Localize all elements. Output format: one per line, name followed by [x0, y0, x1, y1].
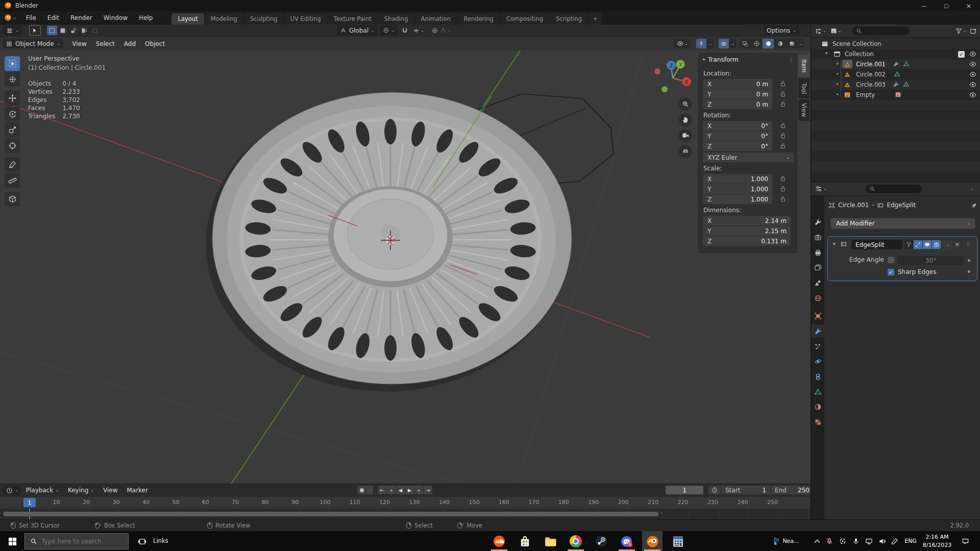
camera-view-button[interactable]	[679, 129, 692, 142]
zoom-button[interactable]	[679, 97, 692, 111]
timeline-track-area[interactable]: ‹	[0, 509, 811, 520]
rotation-y-field[interactable]: Y0°	[703, 131, 772, 141]
select-mode-tweak[interactable]	[47, 26, 57, 35]
lock-icon[interactable]	[779, 132, 787, 139]
current-frame-field[interactable]: 1	[666, 486, 703, 494]
end-frame-field[interactable]: End250	[771, 486, 814, 494]
tab-render[interactable]	[811, 231, 824, 244]
tray-pen-icon[interactable]	[889, 531, 900, 551]
menu-marker[interactable]: Marker	[122, 487, 152, 494]
eye-icon[interactable]	[969, 71, 976, 78]
modifier-name-field[interactable]: EdgeSplit	[851, 240, 902, 249]
properties-editor-type-button[interactable]: ⌄	[815, 185, 827, 192]
playhead-label[interactable]: 1	[23, 498, 36, 507]
collapse-arrow[interactable]: ‹	[660, 510, 663, 516]
app-discord[interactable]: 1	[617, 533, 637, 549]
scale-z-field[interactable]: Z1.000	[703, 194, 772, 204]
sidebar-tab-tool[interactable]: Tool	[798, 78, 810, 98]
menu-add[interactable]: Add	[119, 40, 140, 47]
visibility-dropdown[interactable]: ⌄	[674, 39, 691, 48]
tab-compositing[interactable]: Compositing	[500, 13, 549, 24]
snap-toggle[interactable]	[400, 26, 410, 35]
pivot-point-dropdown[interactable]: ⌄	[380, 26, 398, 35]
mesh-data-icon[interactable]	[903, 61, 910, 67]
tray-mic-icon[interactable]	[850, 531, 862, 551]
app-chrome[interactable]	[566, 533, 586, 549]
outliner-display-mode-button[interactable]: ⌄	[830, 28, 842, 34]
modifier-wrench-icon[interactable]	[893, 81, 899, 88]
lock-icon[interactable]	[779, 142, 787, 149]
expand-icon[interactable]: ▸	[837, 71, 839, 76]
close-button[interactable]: ×	[958, 0, 980, 11]
menu-view[interactable]: View	[67, 40, 91, 47]
taskbar-search[interactable]	[24, 533, 129, 549]
outliner-row-circle-002[interactable]: ▸ Circle.002	[811, 69, 980, 80]
tab-shading[interactable]: Shading	[378, 13, 414, 24]
menu-render[interactable]: Render	[65, 11, 98, 24]
mesh-data-icon[interactable]	[894, 71, 900, 78]
sharp-edges-checkbox[interactable]: ✓	[888, 269, 894, 276]
app-steam[interactable]	[591, 533, 611, 549]
tab-output[interactable]	[811, 246, 824, 259]
overlays-toggle[interactable]	[719, 39, 729, 48]
shading-material[interactable]	[774, 39, 786, 48]
tool-select-box[interactable]	[5, 56, 20, 71]
tool-scale[interactable]	[5, 122, 20, 137]
options-dropdown[interactable]: Options ⌄	[764, 26, 799, 35]
tab-animation[interactable]: Animation	[415, 13, 457, 24]
menu-keying[interactable]: Keying⌄	[63, 487, 99, 494]
image-data-icon[interactable]	[895, 91, 901, 98]
xray-toggle[interactable]	[740, 39, 750, 48]
tool-rotate[interactable]	[5, 107, 20, 121]
tray-network-icon[interactable]	[863, 531, 875, 551]
tray-mic-muted-icon[interactable]	[824, 531, 835, 551]
dimensions-x-field[interactable]: X2.14 m	[703, 216, 791, 226]
tab-layout[interactable]: Layout	[172, 13, 204, 24]
outliner-search[interactable]	[852, 27, 910, 35]
tray-language[interactable]: ENG	[901, 531, 920, 551]
outliner-properties-split[interactable]	[811, 182, 980, 182]
select-mode-lasso[interactable]	[79, 26, 89, 35]
lock-icon[interactable]	[779, 80, 787, 87]
outliner-filter-button[interactable]: ⌄	[955, 28, 967, 34]
tab-constraints[interactable]	[811, 370, 824, 383]
start-frame-field[interactable]: Start1	[721, 486, 770, 494]
hubcap-model[interactable]	[206, 92, 572, 391]
expand-icon[interactable]: ▸	[837, 91, 839, 96]
location-y-field[interactable]: Y0 m	[703, 89, 772, 99]
tool-add-cube[interactable]	[5, 192, 20, 207]
select-mode-circle[interactable]	[68, 26, 79, 35]
keyframe-dot[interactable]	[968, 270, 970, 273]
tab-object[interactable]	[811, 309, 824, 322]
tab-view-layer[interactable]	[811, 261, 824, 274]
previous-keyframe-button[interactable]: «	[387, 486, 396, 494]
sidebar-tab-view[interactable]: View	[798, 99, 810, 121]
menu-edit[interactable]: Edit	[42, 11, 65, 24]
navigation-gizmo[interactable]: Z Y X	[649, 54, 698, 103]
outliner-row-collection[interactable]: ▾ Collection ✓	[811, 49, 980, 59]
minimize-button[interactable]: —	[913, 0, 935, 11]
modifier-realtime-toggle[interactable]	[923, 240, 932, 249]
tab-modeling[interactable]: Modeling	[205, 13, 243, 24]
app-microsoft-store[interactable]	[514, 533, 535, 549]
outliner-row-circle-001[interactable]: ▸ Circle.001	[811, 59, 980, 69]
play-reverse-button[interactable]: ◀	[396, 486, 405, 494]
drag-handle-icon[interactable]: ⣿	[967, 241, 970, 246]
tab-texture-paint[interactable]: Texture Paint	[328, 13, 378, 24]
scale-y-field[interactable]: Y1.000	[703, 184, 772, 194]
tray-temperature-widget[interactable]: Nea...	[766, 531, 806, 551]
outliner-editor-type-button[interactable]: ⌄	[815, 28, 826, 34]
start-button[interactable]	[2, 533, 22, 549]
collection-checkbox[interactable]: ✓	[958, 51, 965, 58]
expand-icon[interactable]: ▸	[837, 61, 839, 66]
tool-cursor[interactable]	[5, 72, 20, 87]
mesh-data-icon[interactable]	[903, 81, 910, 88]
lock-icon[interactable]	[779, 175, 787, 182]
expand-icon[interactable]: ▾	[825, 51, 828, 56]
next-keyframe-button[interactable]: »	[414, 486, 423, 494]
app-soundcloud[interactable]	[489, 533, 509, 549]
tray-screen-clip-icon[interactable]	[837, 531, 848, 551]
app-calculator[interactable]	[668, 533, 688, 549]
tab-scripting[interactable]: Scripting	[550, 13, 588, 24]
rotation-z-field[interactable]: Z0°	[703, 141, 772, 151]
